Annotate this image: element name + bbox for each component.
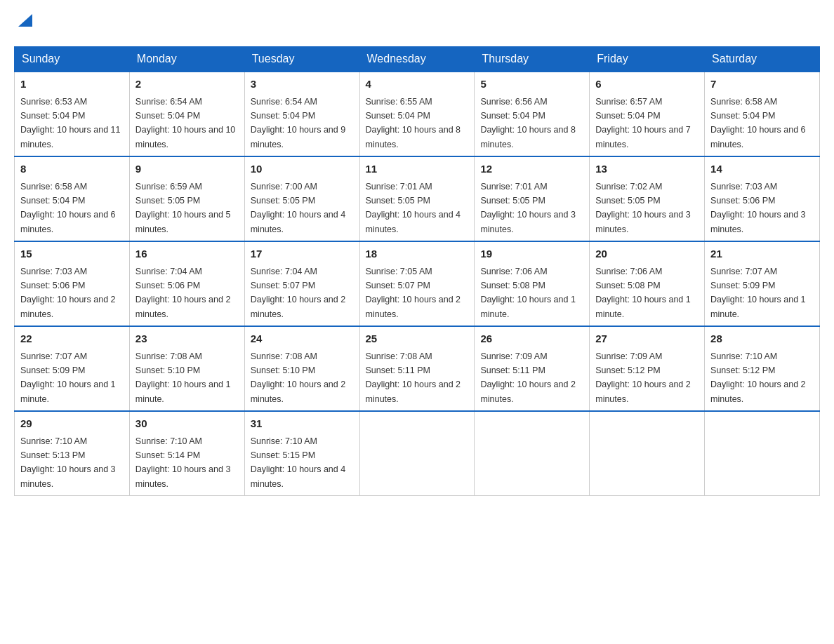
- day-info: Sunrise: 7:10 AMSunset: 5:15 PMDaylight:…: [251, 436, 346, 489]
- calendar-week-row: 29 Sunrise: 7:10 AMSunset: 5:13 PMDaylig…: [15, 411, 820, 496]
- day-number: 1: [20, 76, 124, 93]
- day-info: Sunrise: 7:05 AMSunset: 5:07 PMDaylight:…: [366, 267, 461, 319]
- logo-triangle-icon: [17, 13, 32, 28]
- calendar-cell: 1 Sunrise: 6:53 AMSunset: 5:04 PMDayligh…: [15, 72, 130, 156]
- day-number: 9: [135, 161, 239, 177]
- calendar-cell: 15 Sunrise: 7:03 AMSunset: 5:06 PMDaylig…: [15, 241, 130, 326]
- day-info: Sunrise: 7:02 AMSunset: 5:05 PMDaylight:…: [595, 182, 691, 234]
- calendar-cell: 2 Sunrise: 6:54 AMSunset: 5:04 PMDayligh…: [129, 72, 244, 156]
- weekday-header-tuesday: Tuesday: [244, 47, 359, 72]
- day-info: Sunrise: 7:03 AMSunset: 5:06 PMDaylight:…: [710, 182, 806, 234]
- calendar-week-row: 8 Sunrise: 6:58 AMSunset: 5:04 PMDayligh…: [15, 156, 820, 241]
- day-info: Sunrise: 7:06 AMSunset: 5:08 PMDaylight:…: [595, 267, 691, 319]
- calendar-cell: 23 Sunrise: 7:08 AMSunset: 5:10 PMDaylig…: [129, 326, 244, 411]
- day-info: Sunrise: 6:54 AMSunset: 5:04 PMDaylight:…: [251, 97, 346, 149]
- day-info: Sunrise: 7:00 AMSunset: 5:05 PMDaylight:…: [251, 182, 346, 234]
- calendar-header: SundayMondayTuesdayWednesdayThursdayFrid…: [15, 47, 820, 72]
- day-number: 20: [595, 246, 699, 262]
- calendar-cell: 6 Sunrise: 6:57 AMSunset: 5:04 PMDayligh…: [590, 72, 705, 156]
- calendar-cell: 27 Sunrise: 7:09 AMSunset: 5:12 PMDaylig…: [590, 326, 705, 411]
- day-info: Sunrise: 7:08 AMSunset: 5:11 PMDaylight:…: [366, 351, 461, 404]
- day-info: Sunrise: 6:56 AMSunset: 5:04 PMDaylight:…: [480, 97, 576, 149]
- day-info: Sunrise: 7:01 AMSunset: 5:05 PMDaylight:…: [480, 182, 576, 234]
- weekday-header-thursday: Thursday: [475, 47, 590, 72]
- day-number: 30: [135, 416, 239, 432]
- svg-marker-0: [18, 14, 32, 27]
- day-number: 24: [251, 331, 354, 347]
- day-number: 6: [595, 76, 699, 93]
- day-number: 21: [710, 246, 814, 262]
- day-info: Sunrise: 7:04 AMSunset: 5:06 PMDaylight:…: [135, 267, 231, 319]
- day-info: Sunrise: 6:57 AMSunset: 5:04 PMDaylight:…: [595, 97, 691, 149]
- day-number: 8: [20, 161, 124, 177]
- day-info: Sunrise: 7:03 AMSunset: 5:06 PMDaylight:…: [20, 267, 116, 319]
- weekday-header-friday: Friday: [590, 47, 705, 72]
- calendar-cell: 16 Sunrise: 7:04 AMSunset: 5:06 PMDaylig…: [129, 241, 244, 326]
- calendar-cell: 21 Sunrise: 7:07 AMSunset: 5:09 PMDaylig…: [705, 241, 820, 326]
- calendar-cell: 25 Sunrise: 7:08 AMSunset: 5:11 PMDaylig…: [359, 326, 475, 411]
- day-info: Sunrise: 7:08 AMSunset: 5:10 PMDaylight:…: [251, 351, 346, 404]
- day-info: Sunrise: 7:09 AMSunset: 5:12 PMDaylight:…: [595, 351, 691, 404]
- day-number: 14: [710, 161, 814, 177]
- day-number: 13: [595, 161, 699, 177]
- weekday-header-sunday: Sunday: [15, 47, 130, 72]
- calendar-table: SundayMondayTuesdayWednesdayThursdayFrid…: [14, 46, 820, 496]
- day-number: 5: [480, 76, 583, 93]
- day-info: Sunrise: 7:10 AMSunset: 5:12 PMDaylight:…: [710, 351, 806, 404]
- day-number: 2: [135, 76, 239, 93]
- day-number: 18: [366, 246, 469, 262]
- day-number: 25: [366, 331, 469, 347]
- calendar-cell: 28 Sunrise: 7:10 AMSunset: 5:12 PMDaylig…: [705, 326, 820, 411]
- calendar-cell: 10 Sunrise: 7:00 AMSunset: 5:05 PMDaylig…: [244, 156, 359, 241]
- calendar-cell: 8 Sunrise: 6:58 AMSunset: 5:04 PMDayligh…: [15, 156, 130, 241]
- day-number: 16: [135, 246, 239, 262]
- day-number: 31: [251, 416, 354, 432]
- calendar-cell: 7 Sunrise: 6:58 AMSunset: 5:04 PMDayligh…: [705, 72, 820, 156]
- day-number: 22: [20, 331, 124, 347]
- calendar-cell: 31 Sunrise: 7:10 AMSunset: 5:15 PMDaylig…: [244, 411, 359, 496]
- calendar-week-row: 22 Sunrise: 7:07 AMSunset: 5:09 PMDaylig…: [15, 326, 820, 411]
- weekday-header-saturday: Saturday: [705, 47, 820, 72]
- day-info: Sunrise: 7:01 AMSunset: 5:05 PMDaylight:…: [366, 182, 461, 234]
- calendar-cell: 24 Sunrise: 7:08 AMSunset: 5:10 PMDaylig…: [244, 326, 359, 411]
- day-info: Sunrise: 7:09 AMSunset: 5:11 PMDaylight:…: [480, 351, 576, 404]
- day-number: 27: [595, 331, 699, 347]
- calendar-cell: 17 Sunrise: 7:04 AMSunset: 5:07 PMDaylig…: [244, 241, 359, 326]
- calendar-cell: 3 Sunrise: 6:54 AMSunset: 5:04 PMDayligh…: [244, 72, 359, 156]
- calendar-cell: 14 Sunrise: 7:03 AMSunset: 5:06 PMDaylig…: [705, 156, 820, 241]
- calendar-cell: 11 Sunrise: 7:01 AMSunset: 5:05 PMDaylig…: [359, 156, 475, 241]
- day-number: 19: [480, 246, 583, 262]
- day-number: 17: [251, 246, 354, 262]
- calendar-cell: [359, 411, 475, 496]
- day-number: 12: [480, 161, 583, 177]
- day-number: 10: [251, 161, 354, 177]
- day-number: 7: [710, 76, 814, 93]
- calendar-cell: 9 Sunrise: 6:59 AMSunset: 5:05 PMDayligh…: [129, 156, 244, 241]
- calendar-cell: [590, 411, 705, 496]
- day-number: 28: [710, 331, 814, 347]
- day-info: Sunrise: 7:07 AMSunset: 5:09 PMDaylight:…: [710, 267, 806, 319]
- calendar-cell: 18 Sunrise: 7:05 AMSunset: 5:07 PMDaylig…: [359, 241, 475, 326]
- day-number: 3: [251, 76, 354, 93]
- day-number: 15: [20, 246, 124, 262]
- calendar-cell: 29 Sunrise: 7:10 AMSunset: 5:13 PMDaylig…: [15, 411, 130, 496]
- calendar-cell: 5 Sunrise: 6:56 AMSunset: 5:04 PMDayligh…: [475, 72, 590, 156]
- calendar-cell: [705, 411, 820, 496]
- weekday-header-wednesday: Wednesday: [359, 47, 475, 72]
- day-info: Sunrise: 6:55 AMSunset: 5:04 PMDaylight:…: [366, 97, 461, 149]
- day-info: Sunrise: 7:06 AMSunset: 5:08 PMDaylight:…: [480, 267, 576, 319]
- weekday-header-row: SundayMondayTuesdayWednesdayThursdayFrid…: [15, 47, 820, 72]
- day-info: Sunrise: 7:08 AMSunset: 5:10 PMDaylight:…: [135, 351, 231, 404]
- day-number: 26: [480, 331, 583, 347]
- calendar-cell: 12 Sunrise: 7:01 AMSunset: 5:05 PMDaylig…: [475, 156, 590, 241]
- calendar-body: 1 Sunrise: 6:53 AMSunset: 5:04 PMDayligh…: [15, 72, 820, 496]
- calendar-cell: 22 Sunrise: 7:07 AMSunset: 5:09 PMDaylig…: [15, 326, 130, 411]
- day-info: Sunrise: 7:04 AMSunset: 5:07 PMDaylight:…: [251, 267, 346, 319]
- page-header: [14, 14, 820, 32]
- day-number: 4: [366, 76, 469, 93]
- day-info: Sunrise: 7:10 AMSunset: 5:14 PMDaylight:…: [135, 436, 231, 489]
- day-number: 23: [135, 331, 239, 347]
- weekday-header-monday: Monday: [129, 47, 244, 72]
- day-info: Sunrise: 6:54 AMSunset: 5:04 PMDaylight:…: [135, 97, 235, 149]
- calendar-cell: 26 Sunrise: 7:09 AMSunset: 5:11 PMDaylig…: [475, 326, 590, 411]
